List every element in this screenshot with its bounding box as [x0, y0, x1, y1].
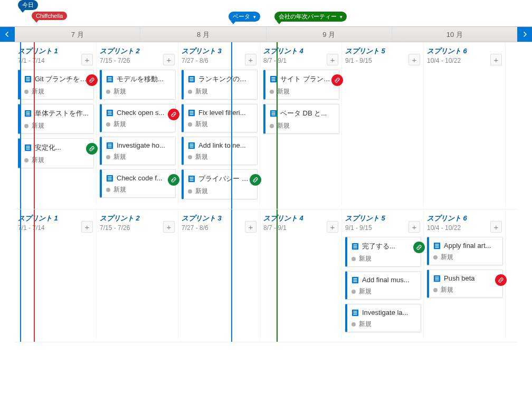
card-title-row: ランキングの並べ... [188, 74, 253, 84]
svg-rect-65 [435, 244, 439, 244]
svg-rect-62 [354, 312, 357, 313]
card-status: 新規 [188, 152, 253, 161]
svg-rect-67 [435, 247, 439, 247]
next-month-button[interactable] [517, 27, 532, 42]
svg-rect-9 [26, 146, 30, 147]
marker-chiffchella[interactable]: Chiffchella [32, 12, 67, 20]
svg-rect-19 [108, 114, 112, 114]
sprint-column: スプリント 59/1 - 9/15+ [342, 42, 424, 206]
svg-rect-5 [26, 112, 30, 112]
svg-rect-71 [435, 280, 439, 280]
add-card-button[interactable]: + [163, 221, 175, 233]
work-item-card[interactable]: 単体テストを作...新規 [18, 104, 94, 134]
add-card-button[interactable]: + [245, 221, 256, 233]
card-title: Investigate ho... [117, 141, 165, 149]
work-item-card[interactable]: Add link to ne...新規 [182, 137, 258, 165]
work-item-card[interactable]: ベータ DB と...新規 [263, 104, 339, 134]
link-badge-icon[interactable] [495, 274, 507, 286]
card-title: Check code f... [117, 174, 163, 182]
add-card-button[interactable]: + [327, 221, 338, 233]
svg-rect-70 [435, 278, 439, 278]
work-item-card[interactable]: Git ブランチを作...新規 [18, 70, 94, 100]
work-item-card[interactable]: Fix level filteri...新規 [182, 104, 258, 132]
svg-rect-11 [26, 149, 30, 149]
work-item-card[interactable]: Check code f...新規 [100, 169, 176, 198]
work-item-card[interactable]: Investigate la...新規 [345, 304, 421, 332]
add-card-button[interactable]: + [490, 221, 502, 233]
month-cell[interactable]: 8 月 [140, 27, 266, 42]
card-title: Investigate la... [362, 309, 408, 316]
work-item-card[interactable]: プライバシー ポリ...新規 [182, 169, 258, 199]
add-card-button[interactable]: + [327, 54, 338, 65]
sprint-header: スプリント 610/4 - 10/22+ [427, 46, 503, 66]
add-card-button[interactable]: + [408, 221, 420, 233]
link-badge-icon[interactable] [250, 174, 261, 186]
work-item-card[interactable]: 安定化...新規 [18, 138, 94, 168]
link-badge-icon[interactable] [86, 143, 98, 155]
sprint-column: スプリント 59/1 - 9/15+完了する...新規Add final mus… [342, 209, 424, 339]
sprint-header: スプリント 17/1 - 7/14+ [18, 214, 94, 234]
month-cell[interactable]: 9 月 [267, 27, 392, 42]
add-card-button[interactable]: + [245, 54, 256, 65]
card-status: 新規 [433, 285, 498, 294]
work-item-card[interactable]: 完了する...新規 [345, 237, 421, 267]
svg-rect-54 [354, 246, 357, 246]
work-item-card[interactable]: Push beta新規 [427, 270, 503, 298]
status-dot-icon [352, 322, 356, 326]
pbi-icon [433, 242, 441, 249]
svg-rect-51 [272, 114, 276, 115]
pbi-icon [352, 309, 359, 316]
link-badge-icon[interactable] [168, 109, 179, 120]
marker-today[interactable]: 今日 [18, 0, 38, 10]
work-item-card[interactable]: Add final mus...新規 [345, 271, 421, 300]
sprint-header: スプリント 48/7 - 9/1+ [263, 46, 339, 66]
link-badge-icon[interactable] [168, 174, 179, 186]
sprint-header: スプリント 48/7 - 9/1+ [263, 214, 339, 234]
card-list: モデルを移動...新規Check open s...新規Investigate … [100, 70, 176, 198]
timeline-line [34, 209, 35, 342]
status-dot-icon [270, 124, 274, 128]
timeline-line [20, 42, 21, 209]
work-item-card[interactable]: Investigate ho...新規 [100, 137, 176, 165]
add-card-button[interactable]: + [81, 54, 93, 65]
card-title-row: 完了する... [352, 242, 416, 251]
add-card-button[interactable]: + [408, 54, 420, 65]
svg-rect-45 [272, 78, 276, 78]
timeline-markers: 今日 Chiffchella ベータ ▾ 会社の年次パーティー ▾ [15, 0, 517, 26]
work-item-card[interactable]: サイト ブランドを...新規 [263, 70, 339, 100]
svg-rect-47 [272, 80, 276, 81]
card-title-row: Add link to ne... [188, 141, 253, 149]
work-item-card[interactable]: モデルを移動...新規 [100, 70, 176, 100]
work-item-card[interactable]: ランキングの並べ...新規 [182, 70, 258, 100]
svg-rect-3 [26, 80, 30, 81]
link-badge-icon[interactable] [331, 74, 343, 86]
card-title: ランキングの並べ... [198, 74, 253, 84]
sprint-header: スプリント 37/27 - 8/6+ [182, 46, 258, 66]
marker-party[interactable]: 会社の年次パーティー ▾ [274, 12, 347, 22]
status-dot-icon [106, 90, 110, 94]
month-cell[interactable]: 10 月 [392, 27, 517, 42]
card-status: 新規 [270, 87, 335, 96]
marker-beta[interactable]: ベータ ▾ [229, 12, 260, 22]
status-dot-icon [106, 188, 110, 192]
svg-rect-57 [354, 278, 357, 278]
month-cell[interactable]: 7 月 [15, 27, 140, 42]
card-status: 新規 [106, 185, 171, 194]
timeline-line [231, 42, 232, 209]
card-title-row: Investigate ho... [106, 141, 171, 149]
add-card-button[interactable]: + [490, 54, 502, 65]
link-badge-icon[interactable] [86, 74, 98, 86]
work-item-card[interactable]: Apply final art...新規 [427, 237, 503, 265]
card-title-row: Check code f... [106, 174, 171, 182]
add-card-button[interactable]: + [81, 221, 93, 233]
sprint-header: スプリント 610/4 - 10/22+ [427, 214, 503, 234]
sprint-column: スプリント 17/1 - 7/14+Git ブランチを作...新規単体テストを作… [15, 42, 97, 206]
link-badge-icon[interactable] [413, 242, 425, 253]
status-dot-icon [352, 290, 356, 294]
sprint-header: スプリント 17/1 - 7/14+ [18, 46, 94, 66]
prev-month-button[interactable] [0, 27, 15, 42]
swimlane: スプリント 17/1 - 7/14+スプリント 27/15 - 7/26+スプリ… [15, 209, 517, 342]
work-item-card[interactable]: Check open s...新規 [100, 104, 176, 132]
status-dot-icon [433, 288, 438, 292]
add-card-button[interactable]: + [163, 54, 175, 65]
